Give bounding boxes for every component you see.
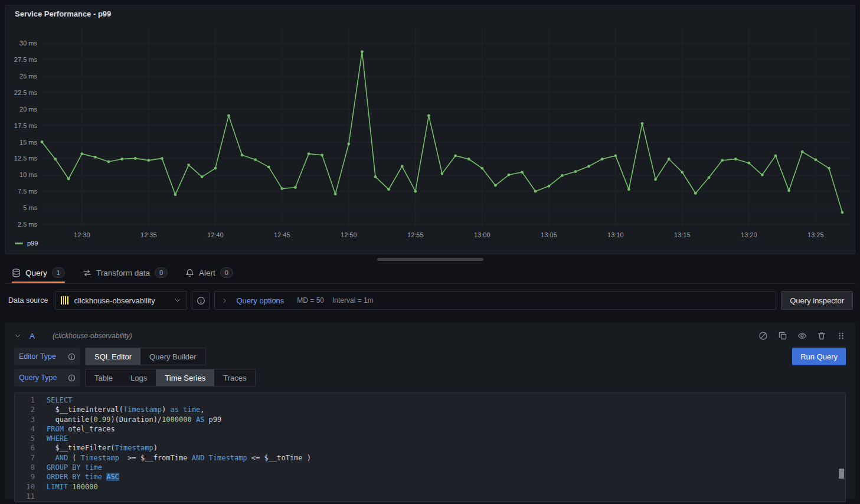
tab-alert[interactable]: Alert 0: [185, 262, 233, 283]
code-line[interactable]: [47, 492, 845, 501]
tab-query[interactable]: Query 1: [12, 262, 65, 283]
data-point: [427, 114, 430, 117]
query-options-toggle[interactable]: Query options MD = 50 Interval = 1m: [214, 291, 776, 310]
query-inspector-button[interactable]: Query inspector: [781, 291, 853, 310]
y-axis-label: 30 ms: [19, 40, 37, 47]
query-ref-id[interactable]: A: [30, 332, 35, 341]
data-point: [254, 158, 257, 161]
run-query-button[interactable]: Run Query: [792, 348, 846, 365]
data-point: [734, 158, 737, 161]
y-axis-label: 20 ms: [19, 106, 37, 113]
data-point: [54, 158, 57, 161]
radio-query-builder[interactable]: Query Builder: [140, 348, 205, 365]
data-point: [814, 158, 817, 161]
code-line[interactable]: GROUP BY time: [47, 463, 845, 472]
trash-icon: [817, 331, 826, 341]
data-point: [841, 211, 844, 214]
data-point: [401, 165, 404, 168]
query-type-label-box: Query Type: [14, 369, 80, 387]
tab-transform-label: Transform data: [96, 269, 150, 277]
duplicate-query-button[interactable]: [778, 331, 787, 341]
datasource-help-button[interactable]: [192, 291, 210, 310]
radio-table[interactable]: Table: [86, 369, 122, 386]
data-point: [694, 192, 697, 195]
y-axis-label: 10 ms: [19, 171, 37, 178]
data-point: [508, 174, 511, 176]
code-line[interactable]: FROM otel_traces: [47, 424, 845, 434]
sql-token: ): [162, 405, 170, 414]
timeseries-panel: Service Performance - p99 2.5 ms5 ms7.5 …: [5, 5, 855, 254]
hide-response-button[interactable]: [797, 331, 807, 341]
data-point: [574, 170, 577, 173]
sql-token: AND: [55, 454, 68, 462]
code-line[interactable]: SELECT: [47, 395, 845, 405]
line-number: 2: [15, 405, 35, 414]
tab-transform-data[interactable]: Transform data 0: [83, 262, 168, 283]
datasource-picker[interactable]: clickhouse-observability: [55, 291, 187, 310]
code-line[interactable]: quantile(0.99)(Duration)/1000000 AS p99: [47, 415, 845, 424]
panel-title[interactable]: Service Performance - p99: [5, 5, 855, 18]
legend-label[interactable]: p99: [27, 240, 38, 247]
sql-editor[interactable]: 1234567891011 SELECT $__timeInterval(Tim…: [14, 392, 846, 502]
collapse-chevron-icon[interactable]: [14, 332, 21, 339]
code-line[interactable]: WHERE: [47, 434, 845, 443]
sql-token: Timestamp: [81, 454, 119, 462]
data-point: [627, 188, 630, 191]
sql-token: ,: [200, 405, 204, 414]
sql-token: AND: [192, 454, 205, 462]
data-point: [774, 155, 777, 158]
code-line[interactable]: ORDER BY time ASC: [47, 472, 845, 482]
query-datasource-note: (clickhouse-observability): [53, 332, 132, 340]
sql-code[interactable]: SELECT $__timeInterval(Timestamp) as tim…: [47, 395, 845, 502]
radio-sql-editor[interactable]: SQL Editor: [86, 348, 140, 365]
circle-slash-icon: [758, 331, 768, 341]
data-point: [547, 185, 550, 188]
code-line[interactable]: LIMIT 100000: [47, 482, 845, 492]
query-type-row: Query Type Table Logs Time Series Traces: [14, 369, 846, 387]
tab-transform-count-badge: 0: [155, 267, 168, 278]
sql-token: $__timeFilter(: [47, 444, 115, 452]
editor-scrollbar[interactable]: [839, 469, 844, 479]
code-line[interactable]: AND ( Timestamp >= $__fromTime AND Times…: [47, 453, 845, 463]
info-circle-icon[interactable]: [68, 374, 76, 382]
editor-type-switcher: SQL Editor Query Builder: [85, 348, 206, 365]
radio-traces[interactable]: Traces: [214, 369, 255, 386]
sql-token: time: [183, 405, 200, 414]
data-point: [668, 158, 671, 161]
data-point: [347, 142, 350, 145]
sql-token: otel_traces: [64, 425, 115, 433]
data-point: [561, 174, 564, 177]
sql-token: ASC: [106, 473, 119, 481]
info-circle-icon: [197, 296, 205, 305]
chevron-right-icon: [221, 297, 228, 304]
info-circle-icon[interactable]: [68, 353, 76, 361]
data-point: [787, 189, 790, 192]
code-line[interactable]: $__timeFilter(Timestamp): [47, 443, 845, 453]
radio-logs[interactable]: Logs: [122, 369, 156, 386]
disable-query-button[interactable]: [758, 331, 768, 341]
sql-token: [192, 415, 196, 424]
sql-token: [47, 454, 55, 462]
sql-token: Timestamp: [209, 454, 247, 462]
code-line[interactable]: $__timeInterval(Timestamp) as time,: [47, 405, 845, 414]
sql-token: [81, 473, 85, 481]
sql-token: AS: [196, 415, 204, 424]
clickhouse-logo-icon: [61, 296, 69, 305]
data-point: [414, 190, 417, 193]
data-point: [201, 175, 204, 178]
query-row-header: A (clickhouse-observability): [14, 328, 846, 344]
data-point: [267, 166, 270, 169]
line-number: 7: [15, 453, 35, 463]
legend-swatch: [15, 243, 23, 244]
drag-handle[interactable]: [836, 331, 846, 341]
data-point: [241, 153, 244, 156]
line-number: 3: [15, 415, 35, 424]
timeseries-chart[interactable]: 2.5 ms5 ms7.5 ms10 ms12.5 ms15 ms17.5 ms…: [5, 19, 854, 239]
remove-query-button[interactable]: [817, 331, 826, 341]
radio-time-series[interactable]: Time Series: [156, 369, 214, 386]
data-point: [494, 184, 497, 187]
query-options-label[interactable]: Query options: [236, 296, 284, 305]
line-number: 11: [15, 492, 35, 501]
panel-resize-handle[interactable]: [377, 258, 483, 261]
x-axis-label: 13:10: [607, 231, 624, 238]
